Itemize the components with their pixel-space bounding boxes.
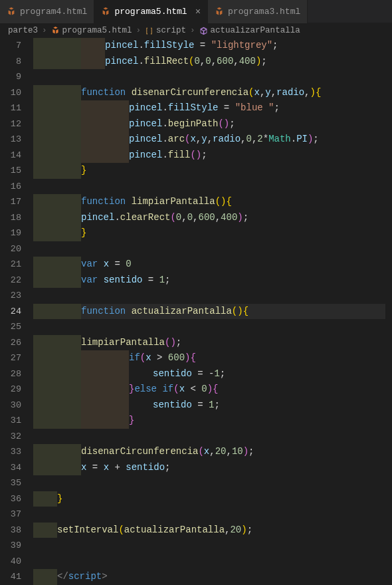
code-line[interactable]: pincel.arc(x,y,radio,0,2*Math.PI); [33, 132, 385, 148]
code-line[interactable] [33, 429, 385, 445]
code-line[interactable]: setInterval(actualizarPantalla,20); [33, 523, 385, 538]
line-number: 10 [0, 85, 21, 101]
code-text: function actualizarPantalla(){ [33, 306, 248, 316]
line-number: 27 [0, 350, 21, 366]
tab-label: program4.html [20, 7, 87, 17]
code-line[interactable]: if(x > 600){ [33, 350, 385, 366]
tab-programa5-html[interactable]: programa5.html× [94, 0, 208, 23]
line-number: 31 [0, 413, 21, 429]
tab-programa3-html[interactable]: programa3.html [208, 0, 308, 23]
code-line[interactable]: x = x + sentido; [33, 460, 385, 476]
code-line[interactable]: } [33, 413, 385, 429]
code-text: var sentido = 1; [33, 275, 170, 285]
code-line[interactable] [33, 69, 385, 85]
code-editor[interactable]: 7891011121314151617181920212223242526272… [0, 38, 392, 585]
line-number: 14 [0, 148, 21, 164]
line-number: 26 [0, 335, 21, 351]
code-line[interactable]: limpiarPantalla(); [33, 335, 385, 351]
close-icon[interactable]: × [195, 7, 201, 17]
line-number: 17 [0, 194, 21, 210]
line-number: 9 [0, 69, 21, 85]
code-text: function limpiarPantalla(){ [33, 196, 232, 207]
code-text: } [33, 227, 86, 238]
code-line[interactable]: sentido = -1; [33, 366, 385, 382]
minimap[interactable] [385, 38, 392, 585]
code-text: pincel.arc(x,y,radio,0,2*Math.PI); [33, 134, 319, 144]
code-line[interactable]: pincel.fillRect(0,0,600,400); [33, 54, 385, 70]
chevron-right-icon: › [136, 26, 142, 35]
code-line[interactable] [33, 475, 385, 491]
code-line[interactable]: var sentido = 1; [33, 273, 385, 289]
code-line[interactable] [33, 554, 385, 570]
code-line[interactable] [33, 319, 385, 335]
code-line[interactable] [33, 538, 385, 554]
line-number: 41 [0, 569, 21, 585]
file-html-icon [101, 7, 110, 17]
code-line[interactable]: } [33, 491, 385, 507]
code-text: pincel.fillRect(0,0,600,400); [33, 56, 267, 66]
code-text: </script> [33, 571, 108, 582]
line-number: 38 [0, 523, 21, 538]
code-line[interactable]: pincel.clearRect(0,0,600,400); [33, 210, 385, 226]
line-number: 23 [0, 288, 21, 304]
tab-program4-html[interactable]: program4.html [0, 0, 94, 23]
line-number: 18 [0, 210, 21, 226]
code-line[interactable]: </script> [33, 569, 385, 585]
code-line[interactable] [33, 179, 385, 195]
line-number: 28 [0, 366, 21, 382]
code-text: sentido = 1; [33, 400, 220, 410]
line-gutter: 7891011121314151617181920212223242526272… [0, 38, 33, 585]
cube-icon [199, 27, 208, 35]
code-text: } [33, 165, 86, 176]
code-line[interactable]: pincel.fillStyle = "blue "; [33, 100, 385, 116]
breadcrumb-item[interactable]: parte3 [8, 26, 38, 35]
breadcrumb-item[interactable]: script [156, 26, 186, 35]
code-text: function disenarCircunferencia(x,y,radio… [33, 87, 321, 98]
file-html-icon [7, 7, 16, 17]
code-line[interactable]: var x = 0 [33, 257, 385, 273]
line-number: 16 [0, 179, 21, 195]
code-line[interactable]: sentido = 1; [33, 398, 385, 413]
line-number: 29 [0, 382, 21, 398]
breadcrumb-item[interactable]: actualizarPantalla [211, 26, 300, 35]
code-area[interactable]: pincel.fillStyle = "lightgrey";pincel.fi… [33, 38, 385, 585]
line-number: 15 [0, 163, 21, 179]
code-text: } [33, 493, 62, 504]
code-text: disenarCircunferencia(x,20,10); [33, 446, 254, 457]
code-line[interactable]: } [33, 225, 385, 241]
line-number: 11 [0, 100, 21, 116]
breadcrumb-item[interactable]: programa5.html [62, 26, 132, 35]
code-text: pincel.fillStyle = "lightgrey"; [33, 40, 278, 51]
line-number: 30 [0, 398, 21, 413]
chevron-right-icon: › [42, 26, 47, 35]
code-line[interactable] [33, 288, 385, 304]
file-html-icon [215, 7, 224, 17]
code-text: x = x + sentido; [33, 462, 170, 473]
code-line[interactable]: } [33, 163, 385, 179]
breadcrumb[interactable]: parte3›programa5.html›script›actualizarP… [0, 23, 392, 38]
line-number: 40 [0, 554, 21, 570]
code-line[interactable]: }else if(x < 0){ [33, 382, 385, 398]
code-line[interactable]: function disenarCircunferencia(x,y,radio… [33, 85, 385, 101]
code-text: sentido = -1; [33, 368, 225, 379]
code-line[interactable]: function limpiarPantalla(){ [33, 194, 385, 210]
line-number: 13 [0, 132, 21, 148]
line-number: 36 [0, 491, 21, 507]
line-number: 22 [0, 273, 21, 289]
line-number: 34 [0, 460, 21, 476]
line-number: 12 [0, 116, 21, 132]
code-text: }else if(x < 0){ [33, 384, 218, 394]
tab-label: programa3.html [228, 7, 300, 17]
code-text: limpiarPantalla(); [33, 337, 181, 348]
code-line[interactable]: pincel.beginPath(); [33, 116, 385, 132]
code-text: pincel.clearRect(0,0,600,400); [33, 212, 248, 223]
code-line[interactable]: disenarCircunferencia(x,20,10); [33, 444, 385, 460]
code-line[interactable]: function actualizarPantalla(){ [33, 304, 385, 320]
code-line[interactable]: pincel.fillStyle = "lightgrey"; [33, 38, 385, 54]
code-line[interactable]: pincel.fill(); [33, 148, 385, 164]
code-line[interactable] [33, 241, 385, 257]
code-line[interactable] [33, 507, 385, 523]
code-text: setInterval(actualizarPantalla,20); [33, 525, 252, 535]
tab-label: programa5.html [114, 7, 187, 17]
line-number: 7 [0, 38, 21, 54]
